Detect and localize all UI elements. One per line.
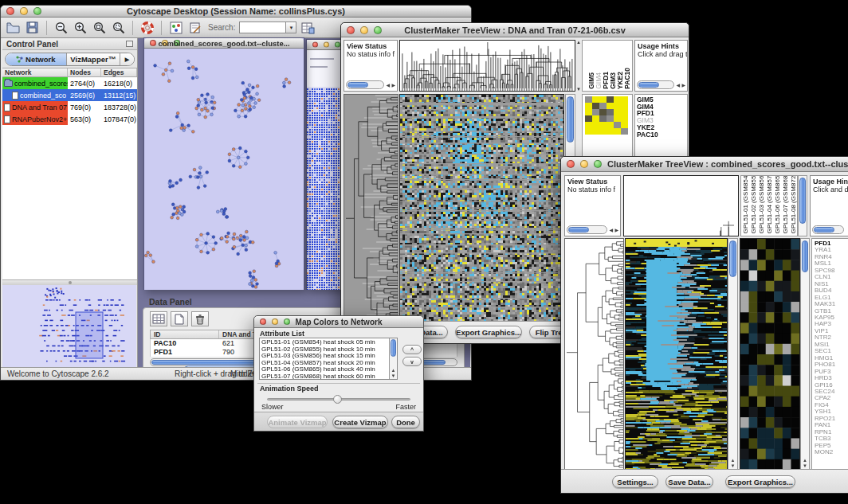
matrix-cell[interactable]: [621, 103, 628, 109]
heatmap-panel[interactable]: [399, 94, 564, 322]
matrix-cell[interactable]: [621, 115, 628, 122]
network-graph-canvas-2[interactable]: [307, 50, 342, 290]
scroll-left-icon[interactable]: ◀: [676, 82, 680, 88]
matrix-cell[interactable]: [614, 96, 621, 103]
search-dropdown-icon[interactable]: ▼: [285, 22, 296, 33]
float-panel-icon[interactable]: [126, 41, 133, 47]
matrix-cell[interactable]: [607, 103, 614, 109]
array-dendrogram-panel[interactable]: [399, 40, 575, 92]
array-dendrogram-canvas[interactable]: [624, 176, 738, 236]
scroll-up-icon[interactable]: ▲: [731, 458, 736, 463]
scroll-up-icon[interactable]: ▲: [803, 458, 807, 463]
import-table-icon[interactable]: [300, 20, 316, 35]
matrix-cell[interactable]: [599, 128, 607, 135]
attribute-item[interactable]: GPL51-07 (GSM868) heat shock 60 min: [261, 373, 397, 380]
save-data-button[interactable]: Save Data...: [665, 475, 713, 488]
matrix-cell[interactable]: [585, 115, 592, 122]
matrix-cell[interactable]: [621, 122, 628, 128]
scrollbar-thumb[interactable]: [729, 240, 736, 277]
save-icon[interactable]: [25, 20, 40, 35]
scrollbar-thumb[interactable]: [802, 240, 808, 272]
select-attributes-icon[interactable]: [150, 311, 167, 326]
scroll-down-icon[interactable]: ▼: [803, 463, 807, 468]
matrix-cell[interactable]: [585, 109, 592, 115]
array-dendrogram-panel[interactable]: [623, 175, 739, 236]
gene-dendrogram-canvas[interactable]: [565, 239, 623, 470]
window-controls[interactable]: [312, 42, 340, 48]
matrix-cell[interactable]: [599, 96, 607, 103]
zoom-heatmap-panel[interactable]: [740, 238, 800, 471]
tab-vizmapper[interactable]: VizMapper™: [67, 53, 120, 65]
zoom-heatmap-canvas[interactable]: [740, 239, 799, 470]
mini-scroll-arrows[interactable]: ▲▼: [576, 40, 581, 92]
matrix-cell[interactable]: [607, 128, 614, 135]
gene-dendrogram-canvas[interactable]: [344, 95, 398, 322]
scrollbar-thumb[interactable]: [799, 178, 806, 224]
network-view-2-titlebar[interactable]: [307, 40, 342, 50]
matrix-cell[interactable]: [585, 103, 592, 109]
tab-network[interactable]: Network: [6, 53, 67, 65]
search-value[interactable]: [240, 22, 285, 33]
matrix-cell[interactable]: [607, 109, 614, 115]
matrix-cell[interactable]: [599, 115, 607, 122]
matrix-cell[interactable]: [592, 96, 599, 103]
animate-vizmap-button[interactable]: Animate Vizmap: [267, 416, 328, 428]
zoom-fit-icon[interactable]: [92, 20, 107, 35]
matrix-cell[interactable]: [614, 122, 621, 128]
move-up-button[interactable]: ^: [402, 345, 422, 354]
scroll-down-icon[interactable]: ▼: [576, 87, 581, 92]
heatmap-canvas[interactable]: [400, 95, 563, 322]
move-down-button[interactable]: v: [402, 357, 422, 366]
view-status-scrollbar[interactable]: [567, 225, 607, 234]
tab-overflow-icon[interactable]: ▶: [120, 53, 134, 65]
zoom-window-icon[interactable]: [335, 42, 340, 48]
matrix-cell[interactable]: [599, 103, 607, 109]
birdseye-overview-canvas[interactable]: [2, 285, 136, 373]
scrollbar-thumb[interactable]: [347, 82, 368, 88]
array-dendrogram-canvas[interactable]: [400, 41, 575, 91]
matrix-cell[interactable]: [599, 109, 607, 115]
matrix-cell[interactable]: [614, 128, 621, 135]
matrix-cell[interactable]: [607, 115, 614, 122]
matrix-cell[interactable]: [614, 103, 621, 109]
scroll-arrows[interactable]: ▲▼: [728, 458, 737, 469]
network-graph-canvas[interactable]: [144, 49, 304, 290]
scrollbar-thumb[interactable]: [638, 82, 659, 88]
scroll-up-icon[interactable]: ▲: [391, 368, 396, 373]
matrix-cell[interactable]: [592, 103, 599, 109]
annotation-icon[interactable]: [187, 20, 202, 35]
main-titlebar[interactable]: Cytoscape Desktop (Session Name: collins…: [1, 6, 471, 18]
scroll-arrows[interactable]: ▲▼: [390, 368, 397, 379]
scrollbar-thumb[interactable]: [568, 227, 589, 232]
gene-dendrogram-panel[interactable]: [564, 238, 624, 471]
network-view-titlebar[interactable]: combined_scores_good.txt--cluste...: [144, 38, 304, 49]
attribute-list-scrollbar[interactable]: ▲▼: [389, 338, 397, 379]
usage-hints-scrollbar[interactable]: [637, 80, 674, 89]
scroll-up-icon[interactable]: ▲: [576, 40, 581, 45]
matrix-cell[interactable]: [621, 128, 628, 135]
settings-button[interactable]: Settings...: [612, 475, 658, 488]
zoom-vscrollbar[interactable]: ▲▼: [800, 238, 810, 471]
minimize-icon[interactable]: [324, 42, 329, 48]
scroll-left-icon[interactable]: ◀: [386, 82, 390, 88]
scrollbar-thumb[interactable]: [567, 96, 574, 143]
close-icon[interactable]: [312, 42, 318, 48]
matrix-cell[interactable]: [621, 109, 628, 115]
heatmap-vscrollbar[interactable]: ▲▼: [728, 238, 738, 471]
scroll-down-icon[interactable]: ▼: [731, 463, 736, 468]
create-vizmap-button[interactable]: Create Vizmap: [332, 416, 388, 428]
matrix-cell[interactable]: [614, 115, 621, 122]
scroll-right-icon[interactable]: ▶: [391, 82, 395, 88]
matrix-cell[interactable]: [592, 115, 599, 122]
search-input[interactable]: ▼: [239, 21, 296, 33]
scroll-right-icon[interactable]: ▶: [681, 82, 685, 88]
heatmap-panel[interactable]: [625, 238, 728, 471]
attribute-list[interactable]: GPL51-01 (GSM854) heat shock 05 minGPL51…: [259, 338, 398, 380]
network-table-row[interactable]: RNAPuberNov2+563(0)107847(0): [2, 113, 137, 125]
new-attribute-icon[interactable]: [171, 311, 188, 326]
matrix-cell[interactable]: [607, 122, 614, 128]
matrix-cell[interactable]: [599, 122, 607, 128]
gene-dendrogram-panel[interactable]: [344, 94, 398, 322]
matrix-cell[interactable]: [592, 122, 599, 128]
export-graphics-button[interactable]: Export Graphics...: [455, 326, 522, 338]
